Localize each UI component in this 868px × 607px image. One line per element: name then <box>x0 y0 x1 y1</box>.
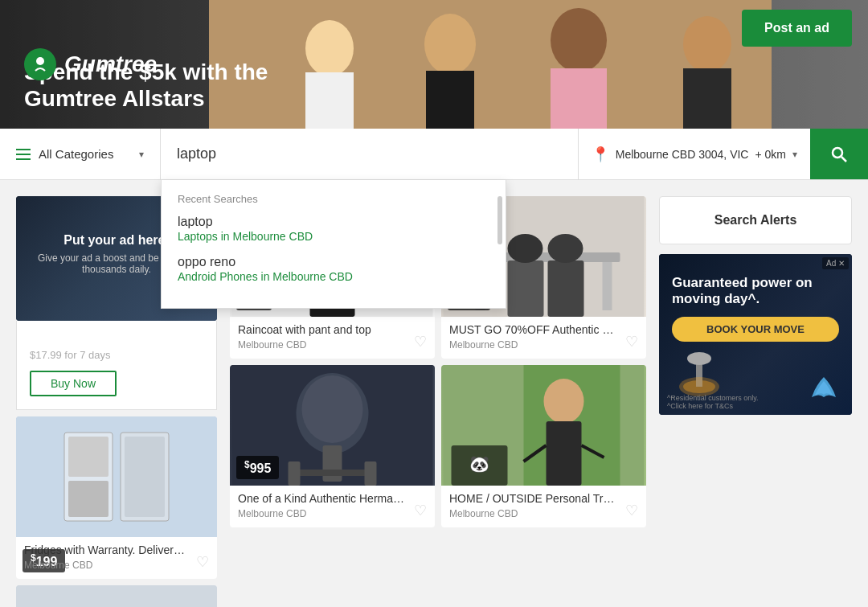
ad-close-icon[interactable]: Ad ✕ <box>822 257 849 269</box>
category-label: All Categories <box>39 147 131 161</box>
agl-logo <box>804 373 844 408</box>
promo-gallery-label: Gumtree Gallery <box>30 334 203 347</box>
item-image-container-trainer: 🐼 <box>441 365 646 486</box>
svg-point-34 <box>508 234 543 263</box>
logo-icon <box>24 48 56 80</box>
item-title-raincoat: Raincoat with pant and top <box>238 323 427 336</box>
price-badge-chair: $995 <box>236 456 279 479</box>
svg-rect-42 <box>365 461 377 486</box>
item-location-chair: Melbourne CBD <box>238 508 427 519</box>
item-image-container-chair: $995 <box>230 365 435 486</box>
item-location-fridge: Melbourne CBD <box>24 560 209 571</box>
search-input[interactable] <box>161 129 578 179</box>
item-title-fridge: Fridges with Warranty. Delivery Av... <box>24 543 209 556</box>
svg-text:🐼: 🐼 <box>469 454 489 474</box>
heart-icon-chair[interactable]: ♡ <box>414 502 427 519</box>
logo-text: Gumtree <box>64 51 157 77</box>
heart-icon-trainer[interactable]: ♡ <box>625 502 638 519</box>
items-row1: $199 Fridges with Warranty. Delivery Av.… <box>16 416 217 607</box>
svg-rect-17 <box>125 437 165 517</box>
search-input-area <box>161 129 578 179</box>
item-card-trainer[interactable]: 🐼 HOME / OUTSIDE Personal Trainer... Mel… <box>441 365 646 527</box>
heart-icon-raincoat[interactable]: ♡ <box>414 333 427 351</box>
heart-icon-fridge[interactable]: ♡ <box>196 553 209 571</box>
item-location-trainer: Melbourne CBD <box>449 508 638 519</box>
item-image-trainer: 🐼 <box>441 365 646 486</box>
dropdown-scrollbar[interactable] <box>497 196 502 244</box>
location-pin-icon: 📍 <box>592 146 609 163</box>
item-location-table: Melbourne CBD <box>449 339 638 351</box>
svg-point-45 <box>544 379 584 424</box>
promo-price: $17.99 for 7 days <box>30 349 203 361</box>
svg-point-35 <box>548 234 583 263</box>
location-chevron-icon: ▾ <box>792 149 797 160</box>
svg-rect-18 <box>16 585 217 607</box>
item-image-fridge: $199 <box>16 416 217 537</box>
dropdown-item-main-0: laptop <box>178 215 489 229</box>
dropdown-title: Recent Searches <box>178 193 489 205</box>
item-info-chair: One of a Kind Authentic Herman ... Melbo… <box>230 486 435 527</box>
item-title-table: MUST GO 70%OFF Authentic Zeni... <box>449 323 638 336</box>
ad-disclaimer: ^Residential customers only.^Click here … <box>667 394 759 410</box>
category-select[interactable]: All Categories ▾ <box>0 129 161 179</box>
svg-point-53 <box>687 352 711 365</box>
dropdown-item-main-1: oppo reno <box>178 255 489 269</box>
search-dropdown: Recent Searches laptop Laptops in Melbou… <box>161 180 506 309</box>
svg-rect-32 <box>508 260 544 317</box>
item-info-fridge: Fridges with Warranty. Delivery Av... Me… <box>16 537 217 579</box>
logo-area[interactable]: Gumtree <box>24 48 157 80</box>
right-col: Search Alerts Ad ✕ Guaranteed power on m… <box>659 196 852 607</box>
item-title-chair: One of a Kind Authentic Herman ... <box>238 492 427 505</box>
search-button[interactable] <box>810 129 868 179</box>
item-location-raincoat: Melbourne CBD <box>238 339 427 351</box>
item-image-units: $39,100 <box>16 585 217 607</box>
item-info-table: MUST GO 70%OFF Authentic Zeni... Melbour… <box>441 317 646 359</box>
chevron-down-icon: ▾ <box>139 149 144 160</box>
item-title-trainer: HOME / OUTSIDE Personal Trainer... <box>449 492 638 505</box>
dropdown-item-0: laptop Laptops in Melbourne CBD <box>178 215 489 244</box>
svg-rect-40 <box>297 470 369 476</box>
location-area[interactable]: 📍 Melbourne CBD 3004, VIC + 0km ▾ <box>578 129 810 179</box>
search-icon <box>829 145 849 164</box>
ad-headline: Guaranteed power on moving day^. <box>672 275 839 307</box>
hamburger-icon <box>16 149 31 160</box>
item-card-chair[interactable]: $995 One of a Kind Authentic Herman ... … <box>230 365 435 527</box>
svg-point-38 <box>302 375 363 443</box>
promo-gallery-section: Gumtree Gallery $17.99 for 7 days Buy No… <box>16 321 217 410</box>
ad-book-button[interactable]: BOOK YOUR MOVE <box>672 317 839 342</box>
dropdown-item-1: oppo reno Android Phones in Melbourne CB… <box>178 255 489 284</box>
item-card-units[interactable]: $39,100 Three Bedroom Portable Units. (F… <box>16 585 217 607</box>
svg-point-9 <box>36 57 44 65</box>
dropdown-item-sub-1[interactable]: Android Phones in Melbourne CBD <box>178 270 353 283</box>
svg-rect-31 <box>603 262 612 310</box>
svg-rect-14 <box>68 437 108 477</box>
svg-line-11 <box>841 157 846 162</box>
svg-rect-41 <box>289 461 301 486</box>
dropdown-item-sub-0[interactable]: Laptops in Melbourne CBD <box>178 230 313 243</box>
svg-rect-15 <box>68 481 108 517</box>
item-info-trainer: HOME / OUTSIDE Personal Trainer... Melbo… <box>441 486 646 527</box>
heart-icon-table[interactable]: ♡ <box>625 333 638 351</box>
search-bar: All Categories ▾ 📍 Melbourne CBD 3004, V… <box>0 129 868 180</box>
svg-rect-12 <box>16 416 217 537</box>
item-info-raincoat: Raincoat with pant and top Melbourne CBD… <box>230 317 435 359</box>
search-alerts-title: Search Alerts <box>676 213 835 228</box>
promo-buy-button[interactable]: Buy Now <box>30 371 117 396</box>
svg-point-10 <box>833 148 842 158</box>
svg-rect-46 <box>547 421 582 486</box>
header: Gumtree Spend the $5k with the Gumtree A… <box>0 0 868 129</box>
location-text: Melbourne CBD 3004, VIC <box>616 148 749 161</box>
svg-rect-39 <box>323 445 342 482</box>
item-card-fridge[interactable]: $199 Fridges with Warranty. Delivery Av.… <box>16 416 217 579</box>
svg-rect-33 <box>548 260 584 317</box>
search-alerts-box: Search Alerts <box>659 196 852 244</box>
post-ad-button[interactable]: Post an ad <box>742 10 852 47</box>
distance-text: + 0km <box>755 148 786 161</box>
ad-banner: Ad ✕ Guaranteed power on moving day^. BO… <box>659 254 852 415</box>
